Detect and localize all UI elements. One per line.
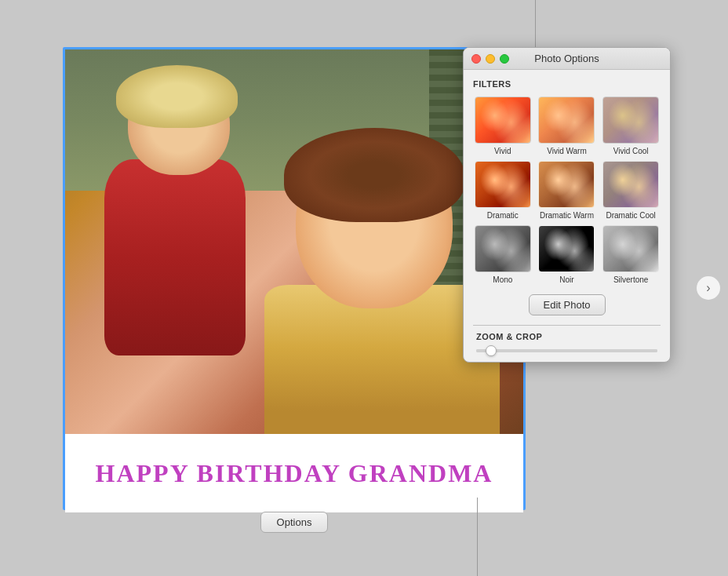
person-right-hair xyxy=(284,128,464,222)
options-button[interactable]: Options xyxy=(260,512,329,533)
traffic-lights xyxy=(471,54,509,64)
filter-item-vivid-cool[interactable]: Vivid Cool xyxy=(601,97,661,156)
nav-arrow-right[interactable]: › xyxy=(697,276,720,300)
edit-photo-button[interactable]: Edit Photo xyxy=(529,294,606,315)
filter-label-dramatic-cool: Dramatic Cool xyxy=(606,211,655,221)
zoom-slider-row xyxy=(476,349,657,352)
filter-thumb-dramatic-warm xyxy=(538,161,595,208)
annotation-line-2 xyxy=(477,498,478,576)
close-button[interactable] xyxy=(471,54,481,64)
filter-label-dramatic: Dramatic xyxy=(487,211,519,221)
filter-thumb-dramatic xyxy=(475,161,531,208)
chevron-right-icon: › xyxy=(706,281,710,295)
filter-item-dramatic-warm[interactable]: Dramatic Warm xyxy=(537,161,597,221)
filter-thumb-vivid-warm xyxy=(538,97,595,144)
person-left-hair xyxy=(116,65,238,128)
filter-thumb-noir xyxy=(538,225,595,272)
panel-titlebar: Photo Options xyxy=(464,48,670,70)
annotation-line xyxy=(535,0,536,47)
card-text-area: HAPPY BIRTHDAY GRANDMA xyxy=(65,434,523,512)
filter-thumb-vivid xyxy=(475,97,531,144)
greeting-card: HAPPY BIRTHDAY GRANDMA xyxy=(63,47,526,510)
filter-item-vivid[interactable]: Vivid xyxy=(473,97,533,156)
zoom-crop-label: ZOOM & CROP xyxy=(476,332,657,341)
zoom-slider-thumb[interactable] xyxy=(486,345,497,356)
filter-item-mono[interactable]: Mono xyxy=(473,225,533,285)
minimize-button[interactable] xyxy=(486,54,495,64)
filter-thumb-dramatic-cool xyxy=(602,161,659,208)
person-left-body xyxy=(104,159,246,355)
section-divider xyxy=(473,325,661,326)
maximize-button[interactable] xyxy=(500,54,509,64)
filter-label-dramatic-warm: Dramatic Warm xyxy=(540,211,594,221)
filter-label-vivid: Vivid xyxy=(494,147,511,156)
filter-item-dramatic[interactable]: Dramatic xyxy=(473,161,533,221)
filter-item-vivid-warm[interactable]: Vivid Warm xyxy=(537,97,597,156)
filter-label-vivid-warm: Vivid Warm xyxy=(547,147,587,156)
filter-thumb-silvertone xyxy=(602,225,659,272)
filter-thumb-vivid-cool xyxy=(602,97,659,144)
filter-label-silvertone: Silvertone xyxy=(613,275,648,285)
zoom-slider-track xyxy=(476,349,657,352)
card-photo xyxy=(65,49,523,434)
filter-item-dramatic-cool[interactable]: Dramatic Cool xyxy=(601,161,661,221)
panel-body: FILTERS Vivid Vivid Warm Vivid Cool Dram… xyxy=(464,70,670,362)
filter-label-vivid-cool: Vivid Cool xyxy=(613,147,649,156)
filter-label-mono: Mono xyxy=(493,275,512,285)
options-bar: Options xyxy=(63,512,526,533)
zoom-slider[interactable] xyxy=(476,349,657,352)
birthday-text: HAPPY BIRTHDAY GRANDMA xyxy=(96,459,493,488)
panel-title: Photo Options xyxy=(534,53,599,64)
person-left xyxy=(96,65,269,348)
filter-thumb-mono xyxy=(475,225,531,272)
photo-options-panel: Photo Options FILTERS Vivid Vivid Warm V… xyxy=(463,47,671,363)
filter-item-noir[interactable]: Noir xyxy=(537,225,597,285)
filter-label-noir: Noir xyxy=(559,275,573,285)
filters-grid: Vivid Vivid Warm Vivid Cool Dramatic Dra… xyxy=(473,97,661,285)
filter-item-silvertone[interactable]: Silvertone xyxy=(601,225,661,285)
zoom-crop-section: ZOOM & CROP xyxy=(473,332,661,352)
filters-section-label: FILTERS xyxy=(473,79,661,89)
